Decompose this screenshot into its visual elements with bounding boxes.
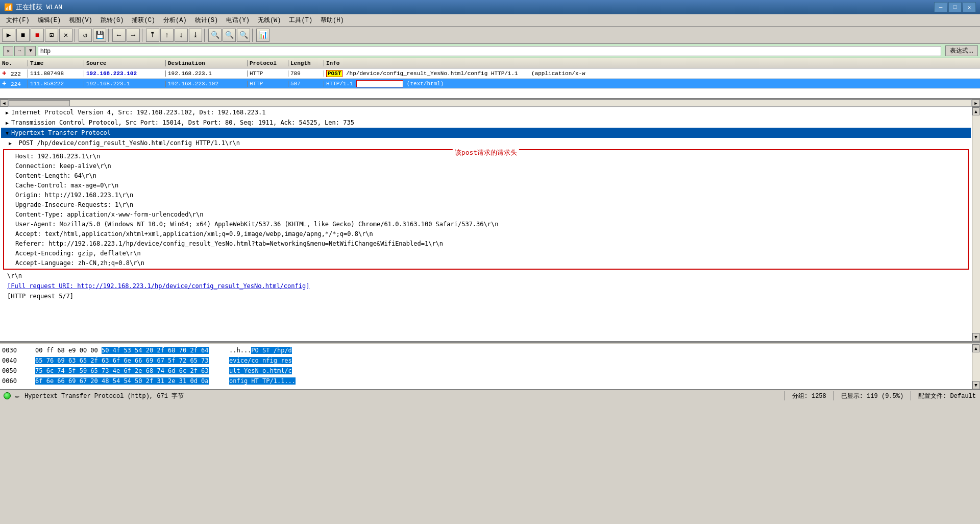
toolbar-restart-btn[interactable]: ■ <box>31 29 44 42</box>
toolbar-zoom-out-btn[interactable]: 🔍 <box>223 29 236 42</box>
vscroll-down-btn[interactable]: ▼ <box>972 333 979 341</box>
hex-bytes: 6f 6e 66 69 67 20 48 54 54 50 2f 31 2e 3… <box>35 377 219 385</box>
filter-clear-btn[interactable]: ✕ <box>3 46 13 56</box>
hscroll-track[interactable] <box>8 100 972 107</box>
http-header-referer: Referer: http://192.168.223.1/hp/device/… <box>5 239 967 248</box>
tree-expand-icon[interactable]: ▶ <box>3 110 11 115</box>
toolbar-zoom-in-btn[interactable]: 🔍 <box>208 29 222 42</box>
menu-item-s[interactable]: 统计(S) <box>191 15 223 26</box>
toolbar-sep-1 <box>75 29 77 42</box>
tree-row-tcp[interactable]: ▶ Transmission Control Protocol, Src Por… <box>1 117 971 128</box>
maximize-button[interactable]: □ <box>948 2 962 12</box>
pkt-source: 192.168.223.1 <box>84 81 166 87</box>
menu-item-c[interactable]: 捕获(C) <box>128 15 159 26</box>
pkt-method-highlight: POST <box>326 70 342 77</box>
hscroll-thumb[interactable] <box>9 100 70 106</box>
menu-item-g[interactable]: 跳转(G) <box>96 15 128 26</box>
proto-tree-vscroll[interactable]: ▲ ▼ <box>972 107 980 341</box>
toolbar-go-first-btn[interactable]: ⤒ <box>146 29 159 42</box>
menu-item-e[interactable]: 编辑(E) <box>34 15 65 26</box>
tree-row-full-uri[interactable]: [Full request URI: http://192.168.223.1/… <box>1 281 971 291</box>
tree-expand-icon[interactable]: ▼ <box>3 130 11 136</box>
toolbar-go-last-btn[interactable]: ⤓ <box>189 29 202 42</box>
capture-led <box>2 391 12 401</box>
filter-apply-btn[interactable]: → <box>14 46 24 56</box>
tree-full-uri-text[interactable]: [Full request URI: http://192.168.223.1/… <box>7 282 309 290</box>
http-header-accept-language: Accept-Language: zh-CN,zh;q=0.8\r\n <box>5 258 967 268</box>
proto-info-text: Hypertext Transfer Protocol (http), 671 … <box>22 392 186 400</box>
tree-crlf-text: \r\n <box>7 272 22 279</box>
col-header-no: No. <box>0 60 28 66</box>
hex-row: 0060 6f 6e 66 69 67 20 48 54 54 50 2f 31… <box>2 376 970 386</box>
filter-dropdown-btn[interactable]: ▼ <box>26 46 36 56</box>
toolbar-save-btn[interactable]: 💾 <box>93 29 106 42</box>
hscroll-right-btn[interactable]: ▶ <box>972 100 980 107</box>
menu-item-f[interactable]: 文件(F) <box>2 15 34 26</box>
vscroll-track[interactable] <box>972 115 980 333</box>
toolbar-stop-btn[interactable]: ■ <box>16 29 30 42</box>
hex-offset: 0040 <box>2 357 25 364</box>
titlebar: 📶 正在捕获 WLAN — □ ✕ <box>0 0 980 14</box>
pkt-length: 789 <box>288 70 324 77</box>
hex-ascii: onfig HT TP/1.1... <box>229 377 331 385</box>
pkt-no: + 222 <box>0 69 28 78</box>
tree-row-post[interactable]: ▶ POST /hp/device/config_result_YesNo.ht… <box>1 138 971 148</box>
packet-row[interactable]: + 224 111.858222 192.168.223.1 192.168.2… <box>0 79 980 89</box>
toolbar-zoom-reset-btn[interactable]: 🔍 <box>237 29 250 42</box>
toolbar-graph-btn[interactable]: 📊 <box>256 29 270 42</box>
packet-list-hscroll[interactable]: ◀ ▶ <box>0 99 980 107</box>
toolbar-refresh-btn[interactable]: ↺ <box>79 29 92 42</box>
menu-item-h[interactable]: 帮助(H) <box>316 15 348 26</box>
menu-item-t[interactable]: 工具(T) <box>285 15 316 26</box>
vscroll-up-btn[interactable]: ▲ <box>972 107 979 115</box>
tree-row-http[interactable]: ▼ Hypertext Transfer Protocol <box>1 128 971 138</box>
hex-vscroll-down-btn[interactable]: ▼ <box>972 381 979 389</box>
hex-row: 0030 00 ff 68 e9 00 00 50 4f 53 54 20 2f… <box>2 345 970 355</box>
minimize-button[interactable]: — <box>934 2 947 12</box>
hex-vscroll-up-btn[interactable]: ▲ <box>972 344 979 352</box>
toolbar: ▶ ■ ■ ⊡ ✕ ↺ 💾 ← → ⤒ ↑ ↓ ⤓ 🔍 🔍 🔍 📊 <box>0 27 980 44</box>
hex-vscroll[interactable]: ▲ ▼ <box>972 344 980 389</box>
menu-item-y[interactable]: 电话(Y) <box>222 15 254 26</box>
pkt-source: 192.168.223.102 <box>84 70 166 77</box>
http-header-accept-encoding: Accept-Encoding: gzip, deflate\r\n <box>5 248 967 258</box>
hex-ascii: ult_YesN o.html/c <box>229 367 331 374</box>
tree-expand-icon[interactable]: ▶ <box>3 140 11 146</box>
menu-item-a[interactable]: 分析(A) <box>159 15 191 26</box>
hex-bytes: 00 ff 68 e9 00 00 50 4f 53 54 20 2f 68 7… <box>35 347 219 354</box>
pkt-arrow: + <box>2 69 6 78</box>
col-header-dest: Destination <box>166 60 248 66</box>
pkt-time: 111.807498 <box>28 70 84 77</box>
close-button[interactable]: ✕ <box>963 2 976 12</box>
http-headers-box: 该post请求的请求头 Host: 192.168.223.1\r\n Conn… <box>3 149 969 270</box>
tree-row-ip[interactable]: ▶ Internet Protocol Version 4, Src: 192.… <box>1 107 971 117</box>
groups-text: 分组: 1258 <box>790 392 828 400</box>
status-sep-3 <box>911 391 911 400</box>
capture-status-led <box>4 392 11 399</box>
toolbar-back-btn[interactable]: ← <box>112 29 126 42</box>
toolbar-scroll-up-btn[interactable]: ↑ <box>160 29 174 42</box>
packet-row[interactable]: + 222 111.807498 192.168.223.102 192.168… <box>0 68 980 79</box>
tree-row-crlf: \r\n <box>1 271 971 281</box>
toolbar-start-btn[interactable]: ▶ <box>2 29 15 42</box>
filter-expression-btn[interactable]: 表达式... <box>945 45 978 56</box>
displayed-text: 已显示: 119 (9.5%) <box>839 392 905 400</box>
filter-input[interactable]: http <box>38 46 941 56</box>
toolbar-forward-btn[interactable]: → <box>127 29 140 42</box>
menu-item-w[interactable]: 无线(W) <box>254 15 285 26</box>
hex-vscroll-track[interactable] <box>972 352 980 381</box>
toolbar-sep-4 <box>204 29 206 42</box>
hex-ascii: evice/co nfig_res <box>229 357 331 364</box>
toolbar-sep-5 <box>252 29 254 42</box>
menu-item-v[interactable]: 视图(V) <box>65 15 96 26</box>
tree-expand-icon[interactable]: ▶ <box>3 120 11 126</box>
toolbar-open-btn[interactable]: ⊡ <box>45 29 58 42</box>
hscroll-left-btn[interactable]: ◀ <box>0 100 8 107</box>
hex-dump: 0030 00 ff 68 e9 00 00 50 4f 53 54 20 2f… <box>0 344 980 389</box>
config-text: 配置文件: Default <box>916 392 978 400</box>
proto-tree: ▶ Internet Protocol Version 4, Src: 192.… <box>0 107 980 342</box>
toolbar-close-btn[interactable]: ✕ <box>59 29 72 42</box>
toolbar-scroll-down-btn[interactable]: ↓ <box>175 29 188 42</box>
filterbar: ✕ → ▼ http 表达式... <box>0 44 980 58</box>
hex-offset: 0050 <box>2 367 25 374</box>
